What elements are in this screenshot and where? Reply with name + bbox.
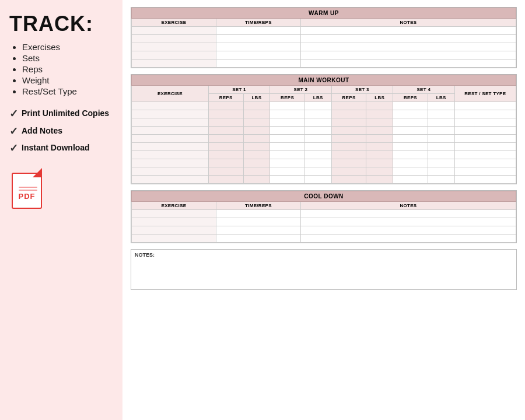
table-row [132, 118, 516, 127]
mw-set2-header: SET 2 [270, 86, 331, 94]
sidebar: TRACK: Exercises Sets Reps Weight Rest/S… [0, 0, 123, 420]
list-item: Rest/Set Type [22, 86, 113, 96]
list-item: Sets [22, 53, 113, 63]
mw-rest-header: REST / SET TYPE [454, 86, 516, 102]
table-row [132, 226, 516, 235]
cooldown-col-notes: NOTES [300, 202, 516, 210]
table-row [132, 210, 516, 218]
table-row [132, 102, 516, 110]
pdf-label: PDF [19, 192, 36, 201]
table-row [132, 60, 516, 68]
track-list: Exercises Sets Reps Weight Rest/Set Type [9, 42, 113, 97]
table-row [132, 35, 516, 43]
table-row [132, 218, 516, 226]
pdf-doc-line [19, 190, 37, 191]
main-workout-table-wrapper: MAIN WORKOUT EXERCISE SET 1 SET 2 SET 3 … [131, 74, 517, 184]
table-row [132, 151, 516, 159]
mw-set4-header: SET 4 [393, 86, 454, 94]
cooldown-table: COOL DOWN EXERCISE TIME/REPS NOTES [131, 191, 516, 243]
cooldown-col-timereps: TIME/REPS [216, 202, 300, 210]
mw-set1-header: SET 1 [208, 86, 270, 94]
warmup-col-timereps: TIME/REPS [216, 19, 300, 27]
main-workout-set-header-row: EXERCISE SET 1 SET 2 SET 3 SET 4 REST / … [132, 86, 516, 94]
mw-lbs3: LBS [366, 94, 393, 102]
cooldown-title: COOL DOWN [132, 191, 516, 202]
notes-section: NOTES: [131, 249, 517, 290]
pdf-doc-fold [33, 168, 42, 177]
mw-lbs4: LBS [428, 94, 454, 102]
main-content: WARM UP EXERCISE TIME/REPS NOTES MAIN WO… [123, 0, 525, 420]
main-workout-title-row: MAIN WORKOUT [132, 75, 516, 86]
pdf-doc-line [19, 187, 37, 188]
cooldown-table-wrapper: COOL DOWN EXERCISE TIME/REPS NOTES [131, 190, 517, 243]
notes-label: NOTES: [135, 252, 513, 258]
feature-print: ✓ Print Unlimited Copies [9, 108, 113, 121]
mw-set3-header: SET 3 [331, 86, 393, 94]
list-item: Exercises [22, 42, 113, 52]
cooldown-col-exercise: EXERCISE [132, 202, 216, 210]
warmup-header-row: EXERCISE TIME/REPS NOTES [132, 19, 516, 27]
main-workout-table: MAIN WORKOUT EXERCISE SET 1 SET 2 SET 3 … [131, 75, 516, 184]
table-row [132, 135, 516, 143]
warmup-title-row: WARM UP [132, 8, 516, 19]
check-icon: ✓ [9, 108, 18, 121]
feature-notes-text: Add Notes [22, 125, 62, 136]
table-row [132, 159, 516, 167]
table-row [132, 127, 516, 135]
warmup-table-wrapper: WARM UP EXERCISE TIME/REPS NOTES [131, 7, 517, 68]
list-item: Weight [22, 75, 113, 85]
mw-lbs1: LBS [243, 94, 270, 102]
table-row [132, 43, 516, 51]
table-row [132, 27, 516, 35]
feature-print-text: Print Unlimited Copies [22, 108, 109, 118]
mw-lbs2: LBS [304, 94, 331, 102]
table-row [132, 167, 516, 176]
warmup-col-notes: NOTES [300, 19, 516, 27]
table-row [132, 143, 516, 151]
main-workout-title: MAIN WORKOUT [132, 75, 516, 86]
pdf-doc-body: PDF [12, 173, 42, 209]
list-item: Reps [22, 64, 113, 74]
pdf-icon: PDF [9, 168, 44, 209]
cooldown-title-row: COOL DOWN [132, 191, 516, 202]
table-row [132, 110, 516, 118]
mw-reps1: REPS [208, 94, 243, 102]
warmup-col-exercise: EXERCISE [132, 19, 216, 27]
mw-reps2: REPS [270, 94, 305, 102]
table-row [132, 51, 516, 60]
feature-download-text: Instant Download [22, 142, 90, 153]
check-icon: ✓ [9, 142, 18, 155]
track-title: TRACK: [9, 12, 113, 36]
warmup-table: WARM UP EXERCISE TIME/REPS NOTES [131, 8, 516, 68]
feature-notes: ✓ Add Notes [9, 125, 113, 138]
mw-exercise-header: EXERCISE [132, 86, 209, 102]
table-row [132, 235, 516, 243]
feature-download: ✓ Instant Download [9, 142, 113, 155]
mw-reps3: REPS [331, 94, 366, 102]
pdf-icon-wrapper: PDF [9, 168, 113, 209]
warmup-title: WARM UP [132, 8, 516, 19]
mw-reps4: REPS [393, 94, 428, 102]
cooldown-header-row: EXERCISE TIME/REPS NOTES [132, 202, 516, 210]
check-icon: ✓ [9, 125, 18, 138]
table-row [132, 176, 516, 184]
